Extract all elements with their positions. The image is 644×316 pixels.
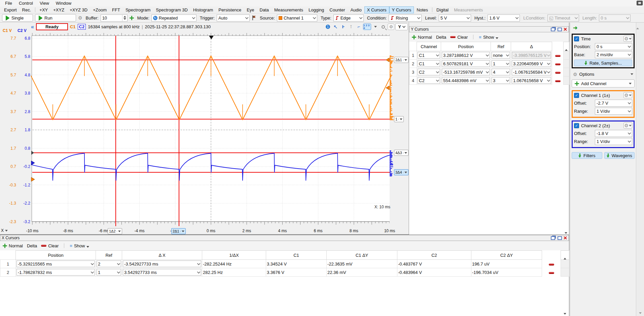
- scrollbar[interactable]: [564, 68, 569, 76]
- maximize-window-icon[interactable]: [558, 236, 562, 240]
- scrollbar[interactable]: [564, 51, 569, 60]
- menu-view[interactable]: View: [37, 0, 52, 6]
- channel2-range-select[interactable]: 1 V/div: [595, 138, 632, 145]
- tab-spectrogram3d[interactable]: Spectrogram 3D: [153, 6, 190, 13]
- add-normal-cursor-button[interactable]: Normal: [412, 35, 432, 40]
- float-window-icon[interactable]: [551, 236, 555, 240]
- tab-y-cursors[interactable]: Y Cursors: [389, 6, 414, 13]
- fit-horizontal-icon[interactable]: Ⱶ: [340, 24, 347, 30]
- time-position-select[interactable]: 0 s: [595, 43, 632, 50]
- channel2-checkbox[interactable]: ✓: [574, 123, 579, 128]
- time-checkbox[interactable]: ✓: [574, 36, 579, 41]
- level-select[interactable]: 5 V: [439, 14, 471, 22]
- tab-rec[interactable]: Rec.: [20, 6, 34, 13]
- position-field[interactable]: -5.329215565 ms: [16, 260, 95, 267]
- channel-select[interactable]: C1: [418, 52, 440, 59]
- magnifier-icon[interactable]: [380, 24, 387, 30]
- delete-cursor-button[interactable]: [555, 80, 561, 82]
- delete-cursor-button[interactable]: [549, 272, 554, 274]
- tab-x-cursors[interactable]: X Cursors: [364, 6, 389, 13]
- c1-tag[interactable]: C1: [70, 24, 76, 29]
- collapse-chevrons-icon[interactable]: «: [31, 25, 34, 29]
- show-menu-button[interactable]: ≡ Show: [479, 35, 498, 40]
- trigger-select[interactable]: Auto: [217, 14, 250, 22]
- clear-cursors-button[interactable]: Clear: [41, 243, 59, 248]
- ref-select[interactable]: 4: [492, 69, 510, 75]
- show-menu-button[interactable]: ≡ Show: [70, 243, 89, 248]
- y-axis-mode-button[interactable]: Y: [395, 23, 408, 30]
- filters-button[interactable]: Filters: [572, 152, 602, 159]
- sidebar-scrollbar[interactable]: [636, 23, 644, 316]
- time-base-select[interactable]: 2 ms/div: [595, 51, 632, 58]
- add-acquisition-icon[interactable]: [130, 16, 134, 20]
- scrollbar[interactable]: [561, 260, 569, 268]
- x-cursors-title-bar[interactable]: X Cursors ✕: [0, 235, 569, 241]
- clear-cursors-button[interactable]: Clear: [450, 35, 468, 40]
- buffer-spinbox[interactable]: 10: [101, 14, 128, 22]
- ref-select[interactable]: 2: [97, 260, 121, 267]
- add-delta-cursor-button[interactable]: Delta: [436, 35, 446, 40]
- menu-control[interactable]: Control: [16, 0, 36, 6]
- channel2-gear-button[interactable]: ⚙: [623, 122, 632, 129]
- channel1-checkbox[interactable]: ✓: [574, 93, 579, 98]
- y-cursors-title-bar[interactable]: Y Cursors ✕: [409, 26, 569, 32]
- rate-samples-button[interactable]: Rate, Samples...: [574, 60, 632, 66]
- wavegens-button[interactable]: Wavegens: [604, 152, 635, 159]
- channel-select[interactable]: C2: [418, 77, 440, 84]
- buffer-gear-icon[interactable]: ⚙: [78, 15, 82, 20]
- close-icon[interactable]: ✕: [563, 236, 567, 240]
- float-window-icon[interactable]: [551, 28, 555, 31]
- tab-xy[interactable]: +XY: [37, 6, 50, 13]
- tab-data[interactable]: Data: [257, 6, 272, 13]
- scrollbar-down[interactable]: [562, 313, 568, 315]
- close-icon[interactable]: ✕: [563, 27, 567, 31]
- scrollbar[interactable]: [564, 76, 569, 85]
- position-field[interactable]: 6.507829181 V: [442, 60, 490, 67]
- tab-spectrogram[interactable]: Spectrogram: [123, 6, 153, 13]
- y-cursor-badge[interactable]: 4Δ3: [394, 150, 408, 156]
- channel-select[interactable]: C1: [418, 60, 440, 67]
- tab-counter[interactable]: Counter: [327, 6, 348, 13]
- delete-cursor-button[interactable]: [555, 63, 561, 65]
- length-select[interactable]: 0 s: [599, 14, 631, 22]
- y-cursor-badge[interactable]: 3Δ4: [394, 169, 408, 175]
- ref-select[interactable]: 3: [492, 77, 510, 84]
- channel-select[interactable]: C2: [418, 69, 440, 75]
- delete-cursor-button[interactable]: [549, 264, 554, 266]
- condition-select[interactable]: Rising: [389, 14, 422, 22]
- ref-select[interactable]: 1: [97, 269, 121, 276]
- hysteresis-select[interactable]: 1.6 V: [488, 14, 520, 22]
- delta-field[interactable]: 1.067615658 V: [512, 77, 551, 84]
- tab-digital[interactable]: Digital: [434, 6, 451, 13]
- scrollbar[interactable]: [561, 251, 569, 260]
- tab-persistence[interactable]: Persistence: [216, 6, 244, 13]
- x-axis-mode-button[interactable]: X: [1, 228, 8, 233]
- source-select[interactable]: Channel 1: [277, 14, 317, 22]
- spin-arrows[interactable]: [122, 15, 127, 21]
- delta-field[interactable]: 3.220640569 V: [512, 60, 551, 67]
- tab-xyz3d[interactable]: +XYZ 3D: [67, 6, 90, 13]
- tab-zoom[interactable]: +Zoom: [90, 6, 109, 13]
- delta-field[interactable]: -1.0676156584 V: [512, 69, 551, 75]
- y-cursor-badge[interactable]: 2Δ1: [394, 57, 408, 63]
- quad-view-button[interactable]: 1 2 3 4: [363, 24, 371, 30]
- single-button[interactable]: Single: [2, 14, 33, 22]
- ref-select[interactable]: none: [492, 52, 510, 59]
- channel1-offset-select[interactable]: -2.7 V: [595, 100, 632, 107]
- scrollbar[interactable]: [564, 60, 569, 68]
- delete-cursor-button[interactable]: [555, 55, 561, 57]
- tab-histogram[interactable]: Histogram: [190, 6, 216, 13]
- scrollbar[interactable]: [561, 268, 569, 277]
- align-levels-icon[interactable]: ⌐: [355, 24, 362, 30]
- fit-vertical-icon[interactable]: ⊺: [348, 24, 354, 30]
- tab-eye[interactable]: Eye: [244, 6, 257, 13]
- menu-file[interactable]: File: [2, 0, 15, 6]
- add-delta-cursor-button[interactable]: Delta: [27, 243, 37, 248]
- add-normal-cursor-button[interactable]: Normal: [3, 243, 23, 248]
- type-select[interactable]: Edge: [333, 14, 364, 22]
- tab-measurements[interactable]: Measurements: [272, 6, 306, 13]
- zoom-one-icon[interactable]: 1: [324, 24, 331, 30]
- delete-cursor-button[interactable]: [555, 72, 561, 74]
- tab-audio[interactable]: Audio: [348, 6, 364, 13]
- dx-field[interactable]: 3.542927733 ms: [123, 269, 201, 276]
